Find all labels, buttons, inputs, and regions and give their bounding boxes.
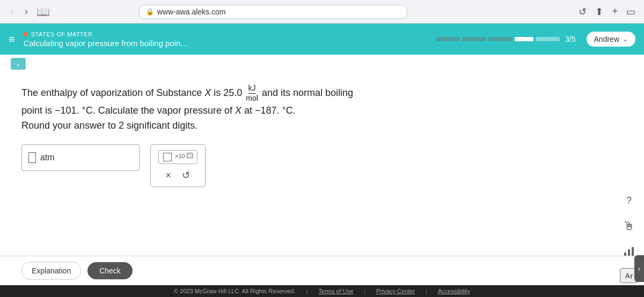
- problem-line2-pre: point is −101. °C. Calculate the vapor p…: [21, 105, 235, 116]
- footer-privacy[interactable]: Privacy Center: [376, 288, 415, 294]
- exponent-sup: □: [187, 153, 193, 158]
- add-tab-icon[interactable]: +: [612, 6, 618, 17]
- denominator: mol: [246, 94, 258, 103]
- bottom-bar: Explanation Check: [0, 256, 644, 285]
- footer: © 2023 McGraw Hill LLC. All Rights Reser…: [0, 285, 644, 297]
- header-title: Calculating vapor pressure from boiling …: [24, 39, 425, 48]
- main-content: The enthalpy of vaporization of Substanc…: [0, 73, 644, 256]
- unit-label: atm: [40, 153, 55, 162]
- variable-x: X: [204, 87, 211, 98]
- app-header: ≡ STATES OF MATTER Calculating vapor pre…: [0, 24, 644, 55]
- fraction-kJ-mol: kJ mol: [246, 84, 258, 103]
- footer-terms[interactable]: Terms of Use: [318, 288, 353, 294]
- browser-actions: ↺ ⬆ + ▭: [579, 6, 635, 18]
- progress-area: 3/5: [436, 35, 575, 43]
- progress-bar: [436, 37, 560, 41]
- hamburger-menu[interactable]: ≡: [9, 33, 15, 46]
- problem-line1-mid: is 25.0: [211, 87, 242, 98]
- progress-text: 3/5: [565, 35, 575, 43]
- variable-x2: X: [235, 105, 241, 116]
- expand-button[interactable]: ⌄: [11, 58, 26, 70]
- cursor-box: [28, 152, 36, 163]
- svg-rect-2: [632, 247, 634, 256]
- x10-label: ×10: [175, 153, 185, 159]
- calculator-button[interactable]: 🖱: [619, 217, 639, 236]
- checkbox-icon: [163, 153, 172, 161]
- lock-icon: 🔒: [146, 8, 154, 16]
- problem-line2-post: at −187. °C.: [241, 105, 296, 116]
- progress-seg-5: [536, 37, 560, 41]
- numerator: kJ: [248, 84, 256, 94]
- close-button[interactable]: ×: [166, 170, 172, 181]
- status-dot: [24, 32, 28, 36]
- footer-copyright: © 2023 McGraw Hill LLC. All Rights Reser…: [174, 288, 295, 294]
- progress-seg-4: [515, 37, 533, 41]
- progress-seg-3: [488, 37, 513, 41]
- check-button[interactable]: Check: [87, 262, 133, 279]
- answer-input-box[interactable]: atm: [21, 144, 140, 171]
- browser-chrome: ‹ › 📖 🔒 www-awa.aleks.com ↺ ⬆ + ▭: [0, 0, 644, 24]
- share-icon[interactable]: ⬆: [595, 6, 603, 18]
- side-tab[interactable]: ‹: [634, 255, 644, 282]
- forward-button[interactable]: ›: [23, 5, 30, 18]
- chart-icon: [623, 245, 635, 259]
- problem-text: The enthalpy of vaporization of Substanc…: [21, 84, 623, 133]
- category-label: STATES OF MATTER: [24, 31, 425, 38]
- explanation-button[interactable]: Explanation: [21, 262, 81, 280]
- expand-row: ⌄: [0, 55, 644, 73]
- back-button[interactable]: ‹: [9, 5, 16, 18]
- refresh-button[interactable]: ↺: [182, 169, 190, 181]
- header-title-area: STATES OF MATTER Calculating vapor press…: [24, 31, 425, 48]
- help-button[interactable]: ?: [619, 191, 639, 210]
- url-text: www-awa.aleks.com: [157, 8, 226, 16]
- footer-accessibility[interactable]: Accessibility: [438, 288, 470, 294]
- book-icon: 📖: [36, 5, 50, 18]
- problem-line1-pre: The enthalpy of vaporization of Substanc…: [21, 87, 204, 98]
- question-icon: ?: [626, 195, 632, 206]
- ar-label: Ar: [625, 272, 633, 280]
- input-section: atm ×10 □ × ↺: [21, 144, 623, 187]
- progress-seg-2: [462, 37, 486, 41]
- address-bar[interactable]: 🔒 www-awa.aleks.com: [139, 5, 407, 19]
- svg-rect-1: [628, 249, 630, 256]
- svg-rect-0: [624, 253, 626, 256]
- problem-line1-post: and its normal boiling: [262, 87, 353, 98]
- side-tab-icon: ‹: [638, 264, 641, 273]
- problem-line3: Round your answer to 2 significant digit…: [21, 120, 197, 131]
- user-menu-button[interactable]: Andrew ⌄: [587, 32, 635, 47]
- calculator-icon: 🖱: [623, 219, 635, 233]
- exponent-panel: ×10 □ × ↺: [150, 144, 206, 187]
- user-name: Andrew: [594, 35, 619, 43]
- user-chevron-icon: ⌄: [623, 35, 628, 43]
- copy-tab-icon[interactable]: ▭: [626, 6, 635, 18]
- reload-icon[interactable]: ↺: [579, 6, 587, 18]
- panel-actions: × ↺: [166, 169, 191, 181]
- x10-button[interactable]: ×10 □: [158, 150, 197, 164]
- progress-seg-1: [436, 37, 460, 41]
